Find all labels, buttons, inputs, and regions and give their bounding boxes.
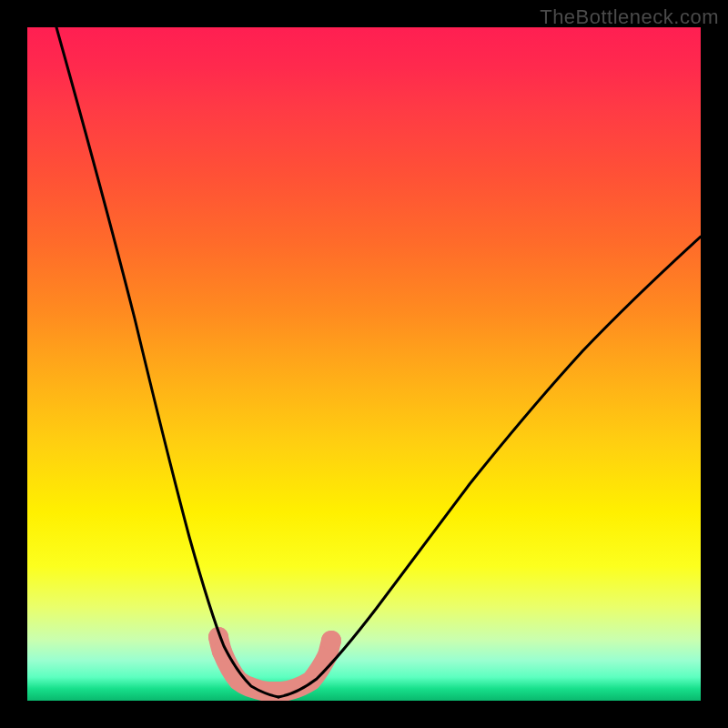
right-branch-path <box>278 237 701 697</box>
bottom-marker-chain <box>208 627 341 692</box>
marker-dot <box>321 631 341 651</box>
curve-layer <box>27 27 701 701</box>
left-branch-path <box>56 27 278 697</box>
watermark-text: TheBottleneck.com <box>540 5 719 29</box>
plot-frame <box>27 27 701 701</box>
